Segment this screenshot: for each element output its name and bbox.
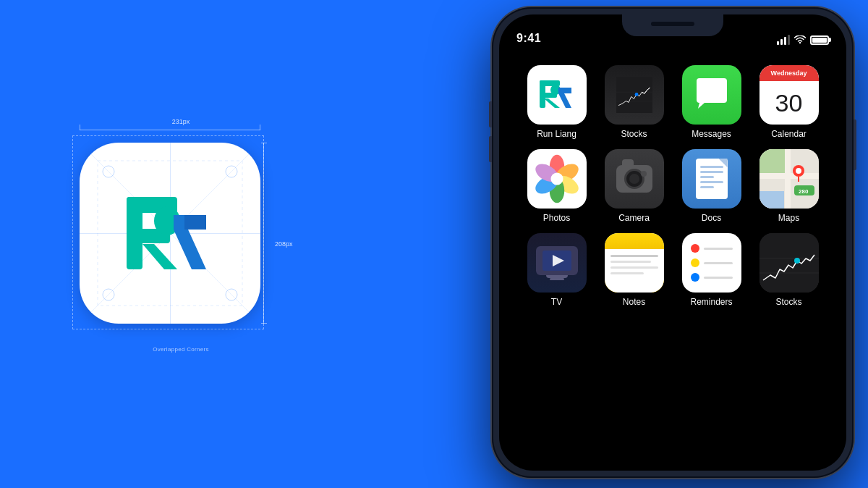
app-label-reminders: Reminders — [690, 297, 732, 307]
dim-label-width: 231px — [172, 118, 190, 125]
app-label-notes: Notes — [623, 297, 645, 307]
volume-up-button[interactable] — [489, 101, 492, 127]
run-liang-icon — [527, 65, 587, 125]
messages-bubble-svg — [694, 77, 730, 113]
reminder-item-1 — [691, 244, 733, 253]
app-item-photos[interactable]: Photos — [521, 149, 592, 223]
reminders-content — [682, 235, 741, 290]
signal-bar-4 — [788, 35, 790, 45]
status-icons — [777, 35, 829, 45]
app-item-camera[interactable]: Camera — [598, 149, 670, 223]
docs-page — [696, 159, 728, 199]
status-time: 9:41 — [516, 32, 541, 45]
iphone-mockup: 9:41 — [470, 0, 868, 488]
docs-line-5 — [700, 186, 714, 188]
reminder-line-2 — [704, 262, 733, 264]
signal-bar-2 — [780, 39, 783, 45]
reminder-item-2 — [691, 258, 733, 267]
photos-pinwheel-svg — [532, 153, 582, 204]
maps-svg: 280 — [760, 149, 819, 209]
svg-point-19 — [634, 93, 638, 96]
spec-container: 231px 208px — [58, 128, 304, 360]
app-grid: Run Liang — [514, 58, 832, 442]
battery-fill — [812, 38, 827, 43]
stocks-chart-svg — [609, 77, 660, 113]
svg-rect-31 — [785, 149, 791, 209]
run-liang-logo-large — [112, 175, 228, 291]
app-label-run-liang: Run Liang — [537, 129, 576, 139]
svg-rect-16 — [616, 77, 652, 113]
app-item-calendar[interactable]: Wednesday 30 Calendar — [753, 65, 825, 139]
docs-line-4 — [700, 181, 723, 183]
camera-icon — [605, 149, 664, 209]
app-item-docs[interactable]: Docs — [676, 149, 747, 223]
stocks2-chart-svg — [760, 233, 819, 293]
app-item-maps[interactable]: 280 Maps — [753, 149, 825, 223]
signal-bar-3 — [784, 37, 786, 45]
tv-screen — [536, 246, 578, 275]
notch — [622, 14, 723, 36]
stocks2-icon — [760, 233, 819, 293]
app-label-stocks2: Stocks — [775, 297, 801, 307]
reminder-dot-red — [691, 244, 699, 253]
stocks1-icon — [605, 65, 664, 125]
dim-arrow-left — [80, 125, 80, 130]
calendar-header: Wednesday — [760, 65, 819, 81]
signal-bars-icon — [777, 35, 790, 45]
dim-arrow-right — [260, 125, 260, 130]
svg-point-36 — [796, 168, 801, 174]
photos-icon — [527, 149, 587, 209]
svg-rect-29 — [760, 149, 785, 174]
svg-point-42 — [794, 258, 800, 264]
app-item-run-liang[interactable]: Run Liang — [521, 65, 592, 139]
reminders-icon — [682, 233, 741, 293]
app-label-camera: Camera — [618, 213, 650, 223]
reminder-line-1 — [704, 248, 733, 250]
tv-icon — [527, 233, 587, 293]
iphone-outer: 9:41 — [492, 7, 854, 478]
app-item-tv[interactable]: TV — [521, 233, 592, 307]
messages-icon — [682, 65, 741, 125]
app-label-calendar: Calendar — [771, 129, 807, 139]
volume-down-button[interactable] — [489, 136, 492, 162]
calendar-day: 30 — [775, 81, 803, 125]
wifi-icon — [794, 35, 806, 44]
notes-icon — [605, 233, 664, 293]
app-item-notes[interactable]: Notes — [598, 233, 670, 307]
tv-base — [550, 278, 564, 280]
camera-bump — [622, 159, 634, 167]
app-label-tv: TV — [551, 297, 562, 307]
app-icon-large — [80, 143, 260, 324]
app-label-maps: Maps — [778, 213, 799, 223]
calendar-icon: Wednesday 30 — [760, 65, 819, 125]
camera-body — [616, 165, 652, 193]
calendar-month: Wednesday — [771, 70, 807, 77]
run-liang-logo-small — [535, 73, 579, 117]
docs-line-2 — [700, 171, 723, 173]
docs-line-1 — [700, 166, 723, 168]
reminder-line-3 — [704, 277, 733, 279]
svg-point-11 — [799, 42, 801, 43]
app-label-stocks1: Stocks — [621, 129, 647, 139]
svg-rect-32 — [760, 191, 784, 209]
tv-screen-svg — [542, 251, 571, 271]
app-item-reminders[interactable]: Reminders — [676, 233, 747, 307]
power-button[interactable] — [854, 119, 856, 170]
app-label-docs: Docs — [702, 213, 721, 223]
docs-line-3 — [700, 176, 714, 178]
icon-spec-section: 231px 208px — [58, 121, 304, 367]
reminder-item-3 — [691, 273, 733, 282]
dim-label-height: 208px — [275, 240, 293, 248]
reminder-dot-yellow — [691, 258, 699, 267]
svg-text:280: 280 — [799, 188, 809, 195]
battery-icon — [810, 35, 829, 45]
app-label-photos: Photos — [543, 213, 570, 223]
app-item-stocks2[interactable]: Stocks — [753, 233, 825, 307]
app-item-stocks1[interactable]: Stocks — [598, 65, 670, 139]
overlapped-corners-label: Overlapped Corners — [153, 346, 208, 353]
app-item-messages[interactable]: Messages — [676, 65, 747, 139]
app-label-messages: Messages — [692, 129, 731, 139]
maps-icon: 280 — [760, 149, 819, 209]
dim-line-top — [80, 130, 260, 130]
svg-point-27 — [550, 172, 563, 185]
